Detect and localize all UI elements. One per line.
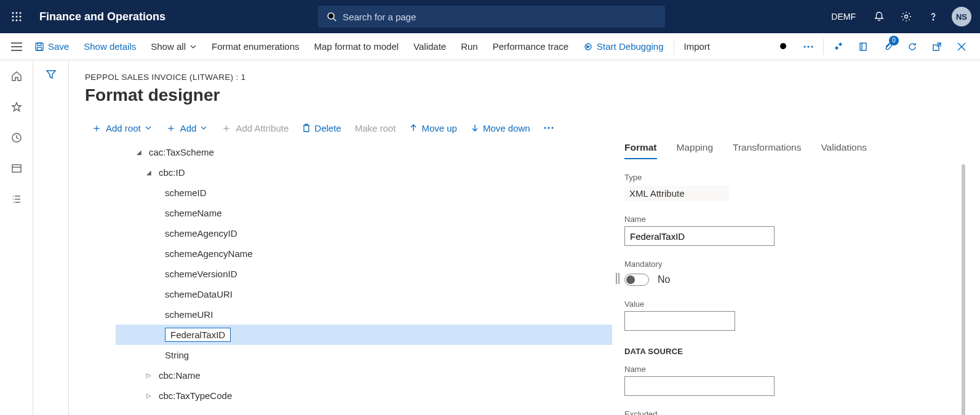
tree-node-label: cbc:Name bbox=[159, 370, 201, 381]
tree-node-label: schemeDataURI bbox=[165, 289, 233, 299]
performance-trace-button[interactable]: Performance trace bbox=[485, 33, 576, 60]
user-avatar[interactable]: NS bbox=[952, 7, 971, 26]
tree-node-string[interactable]: String bbox=[116, 345, 612, 365]
global-search[interactable]: Search for a page bbox=[318, 6, 665, 28]
add-button[interactable]: ＋ Add bbox=[159, 120, 214, 136]
tab-mapping[interactable]: Mapping bbox=[677, 142, 713, 159]
tree-node-schemeuri[interactable]: schemeURI bbox=[116, 304, 612, 325]
delete-button[interactable]: Delete bbox=[296, 121, 347, 136]
move-up-button[interactable]: Move up bbox=[403, 121, 463, 136]
top-nav-bar: Finance and Operations Search for a page… bbox=[0, 0, 980, 33]
value-label: Value bbox=[624, 299, 965, 309]
tree-node-schemeid[interactable]: schemeID bbox=[116, 183, 612, 203]
workspaces-icon[interactable] bbox=[9, 161, 24, 176]
content: PEPPOL SALES INVOICE (LITWARE) : 1 Forma… bbox=[69, 60, 980, 415]
separator bbox=[674, 39, 674, 55]
extension-icon[interactable] bbox=[826, 34, 851, 59]
tree-node-label: cbc:ID bbox=[159, 167, 185, 178]
name-label: Name bbox=[624, 215, 965, 224]
map-format-button[interactable]: Map format to model bbox=[307, 33, 407, 60]
tree-node-tax-scheme[interactable]: ◢cac:TaxScheme bbox=[116, 142, 612, 162]
move-down-button[interactable]: Move down bbox=[464, 121, 536, 136]
separator bbox=[823, 39, 824, 55]
notifications-icon[interactable] bbox=[867, 4, 891, 29]
tree-node-label: cbc:TaxTypeCode bbox=[159, 390, 232, 401]
attachments-badge: 0 bbox=[889, 36, 899, 45]
favorites-icon[interactable] bbox=[9, 100, 24, 114]
mandatory-toggle[interactable] bbox=[624, 274, 649, 286]
tab-validations[interactable]: Validations bbox=[821, 142, 867, 159]
save-label: Save bbox=[48, 41, 69, 52]
help-icon[interactable] bbox=[921, 4, 946, 29]
type-value: XML Attribute bbox=[624, 186, 729, 201]
action-pane: Save Show details Show all Format enumer… bbox=[0, 33, 980, 60]
svg-point-9 bbox=[328, 13, 334, 19]
tree-node-schemename[interactable]: schemeName bbox=[116, 203, 612, 223]
show-all-label: Show all bbox=[151, 41, 186, 52]
run-button[interactable]: Run bbox=[453, 33, 485, 60]
refresh-icon[interactable] bbox=[900, 34, 925, 59]
show-details-button[interactable]: Show details bbox=[76, 33, 143, 60]
svg-point-6 bbox=[12, 20, 14, 22]
field-type: Type XML Attribute bbox=[624, 173, 965, 201]
name-input[interactable] bbox=[624, 226, 775, 246]
nav-pane-toggle[interactable] bbox=[6, 42, 27, 51]
show-all-button[interactable]: Show all bbox=[143, 33, 204, 60]
add-root-button[interactable]: ＋ Add root bbox=[85, 120, 158, 136]
svg-point-23 bbox=[807, 45, 809, 47]
close-icon[interactable] bbox=[949, 34, 974, 59]
modules-icon[interactable] bbox=[9, 192, 24, 207]
svg-point-4 bbox=[16, 16, 18, 18]
svg-point-0 bbox=[12, 12, 14, 14]
svg-point-24 bbox=[811, 45, 813, 47]
save-button[interactable]: Save bbox=[27, 33, 76, 60]
tree-node-cbc-name[interactable]: ▷cbc:Name bbox=[116, 365, 612, 385]
scrollbar[interactable] bbox=[962, 164, 965, 415]
tab-transformations[interactable]: Transformations bbox=[733, 142, 801, 159]
svg-rect-30 bbox=[12, 165, 21, 172]
tree-node-schemeversionid[interactable]: schemeVersionID bbox=[116, 264, 612, 284]
tree-node-schemeagencyname[interactable]: schemeAgencyName bbox=[116, 243, 612, 264]
chevron-down-icon bbox=[200, 124, 207, 132]
value-input[interactable] bbox=[624, 311, 735, 331]
import-label: Import bbox=[684, 41, 711, 52]
delete-label: Delete bbox=[314, 123, 341, 133]
tree-node-federaltaxid[interactable]: FederalTaxID bbox=[116, 325, 612, 345]
tree-node-label: schemeAgencyID bbox=[165, 228, 237, 239]
tree-node-cbc-id[interactable]: ◢cbc:ID bbox=[116, 162, 612, 183]
find-icon[interactable] bbox=[771, 34, 796, 59]
home-icon[interactable] bbox=[9, 69, 24, 84]
more-tree-actions-icon[interactable] bbox=[538, 124, 560, 132]
validate-button[interactable]: Validate bbox=[406, 33, 453, 60]
settings-icon[interactable] bbox=[894, 4, 918, 29]
make-root-button: Make root bbox=[349, 121, 402, 136]
tab-format[interactable]: Format bbox=[624, 142, 657, 159]
filter-icon[interactable] bbox=[46, 69, 57, 415]
format-tree[interactable]: ◢cac:TaxScheme ◢cbc:ID schemeID schemeNa… bbox=[85, 142, 612, 415]
tree-node-schemedatauri[interactable]: schemeDataURI bbox=[116, 284, 612, 304]
svg-point-2 bbox=[20, 12, 22, 14]
tree-node-schemeagencyid[interactable]: schemeAgencyID bbox=[116, 223, 612, 243]
filter-column bbox=[33, 60, 69, 415]
start-debug-label: Start Debugging bbox=[597, 41, 663, 52]
attachments-icon[interactable]: 0 bbox=[875, 34, 900, 59]
show-details-label: Show details bbox=[84, 41, 136, 52]
start-debugging-button[interactable]: Start Debugging bbox=[576, 33, 671, 60]
vertical-splitter[interactable] bbox=[612, 142, 623, 415]
more-actions-icon[interactable] bbox=[796, 34, 821, 59]
company-selector[interactable]: DEMF bbox=[831, 12, 856, 22]
format-enumerations-button[interactable]: Format enumerations bbox=[204, 33, 307, 60]
data-source-header: DATA SOURCE bbox=[624, 347, 965, 356]
svg-point-22 bbox=[803, 45, 805, 47]
search-placeholder: Search for a page bbox=[343, 12, 416, 22]
svg-point-38 bbox=[544, 127, 546, 128]
open-office-icon[interactable] bbox=[851, 34, 875, 59]
popout-icon[interactable] bbox=[925, 34, 949, 59]
run-label: Run bbox=[461, 41, 478, 52]
recent-icon[interactable] bbox=[9, 130, 24, 145]
import-button[interactable]: Import bbox=[677, 33, 718, 60]
tree-node-cbc-taxtypecode[interactable]: ▷cbc:TaxTypeCode bbox=[116, 385, 612, 406]
app-title: Finance and Operations bbox=[39, 10, 165, 23]
app-launcher-icon[interactable] bbox=[5, 5, 28, 28]
ds-name-input[interactable] bbox=[624, 376, 775, 396]
